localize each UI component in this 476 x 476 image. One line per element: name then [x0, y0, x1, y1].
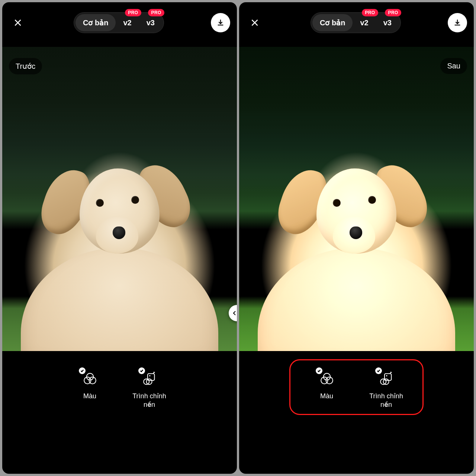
tool-bg-editor[interactable]: Trình chỉnh nền [127, 370, 172, 409]
download-icon [216, 19, 225, 27]
tool-color[interactable]: Màu [68, 370, 112, 401]
check-icon [317, 369, 321, 373]
tab-basic[interactable]: Cơ bản [75, 14, 116, 31]
tool-color-label: Màu [320, 392, 333, 401]
tool-bg-editor-label: Trình chỉnh nền [369, 392, 403, 409]
tool-bg-editor-label: Trình chỉnh nền [132, 392, 166, 409]
download-button[interactable] [211, 13, 230, 32]
check-badge [138, 367, 145, 374]
drag-horizontal-icon [233, 311, 237, 316]
tab-basic[interactable]: Cơ bản [312, 14, 353, 31]
close-button[interactable] [246, 14, 264, 32]
version-tabs: Cơ bản v2 PRO v3 PRO [311, 12, 401, 33]
check-badge [375, 367, 382, 374]
svg-point-4 [149, 375, 150, 376]
tab-v3-label: v3 [147, 19, 155, 27]
pro-badge: PRO [148, 9, 164, 16]
pro-badge: PRO [125, 9, 141, 16]
color-overlap-icon [319, 371, 334, 386]
version-tabs: Cơ bản v2 PRO v3 PRO [74, 12, 164, 33]
tool-bg-editor[interactable]: Trình chỉnh nền [364, 370, 409, 409]
before-label: Trước [9, 58, 42, 74]
tab-basic-label: Cơ bản [320, 18, 345, 27]
bottom-toolbar: Màu Trình chỉnh nền [239, 351, 474, 474]
check-badge [316, 367, 322, 374]
image-preview-before[interactable] [2, 47, 237, 351]
photo-after [239, 47, 474, 351]
tab-v3-label: v3 [383, 19, 392, 27]
bottom-toolbar: Màu Trình chỉnh nền [2, 351, 237, 474]
tab-v2-label: v2 [123, 19, 131, 27]
screen-before: Cơ bản v2 PRO v3 PRO Trước [2, 2, 237, 474]
pro-badge: PRO [385, 9, 401, 16]
svg-point-11 [386, 375, 387, 376]
color-overlap-icon [83, 371, 97, 386]
tab-v2[interactable]: v2 PRO [353, 14, 376, 31]
close-icon [250, 18, 260, 28]
check-icon [80, 369, 84, 373]
check-icon [140, 369, 144, 373]
tab-v3[interactable]: v3 PRO [376, 14, 399, 31]
download-button[interactable] [448, 13, 467, 32]
background-editor-icon [142, 371, 157, 386]
tool-color-label: Màu [83, 392, 96, 401]
close-button[interactable] [9, 14, 27, 32]
download-icon [453, 19, 461, 27]
tab-basic-label: Cơ bản [83, 18, 108, 27]
after-label: Sau [440, 58, 467, 74]
photo-before [2, 47, 237, 351]
image-preview-after[interactable] [239, 47, 474, 351]
tab-v2-label: v2 [360, 19, 368, 27]
pro-badge: PRO [362, 9, 378, 16]
check-icon [377, 369, 380, 373]
close-icon [13, 18, 23, 28]
check-badge [79, 367, 86, 374]
tab-v3[interactable]: v3 PRO [139, 14, 162, 31]
top-bar: Cơ bản v2 PRO v3 PRO [2, 2, 237, 43]
top-bar: Cơ bản v2 PRO v3 PRO [239, 2, 474, 43]
background-editor-icon [379, 371, 394, 386]
tool-color[interactable]: Màu [305, 370, 349, 401]
screen-after: Cơ bản v2 PRO v3 PRO Sau [239, 2, 474, 474]
tab-v2[interactable]: v2 PRO [116, 14, 139, 31]
